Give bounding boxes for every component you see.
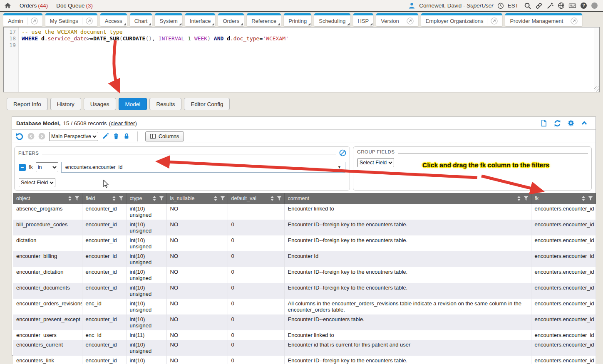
sort-icon[interactable]	[112, 196, 116, 201]
cell-default-val: 0	[228, 220, 284, 235]
filter-operator-select[interactable]: in	[36, 162, 58, 172]
filter-funnel-icon[interactable]	[277, 196, 282, 201]
collapse-chevron-icon[interactable]	[581, 119, 588, 127]
nav-tab-employer-organizations[interactable]: Employer Organizations	[421, 13, 503, 26]
sort-icon[interactable]	[270, 196, 274, 201]
table-row[interactable]: absence_programsencounter_idint(10) unsi…	[13, 204, 596, 220]
open-in-new-icon[interactable]	[82, 17, 93, 25]
column-header-field[interactable]: field	[82, 193, 126, 204]
sort-icon[interactable]	[214, 196, 217, 201]
clear-filters-icon[interactable]	[339, 149, 346, 156]
column-header-object[interactable]: object	[13, 193, 82, 204]
home-icon[interactable]	[4, 2, 11, 9]
perspective-select[interactable]: Main Perspective	[49, 132, 98, 141]
avatar-circle[interactable]	[591, 2, 598, 9]
link-icon[interactable]	[535, 2, 543, 10]
nav-tab-provider-management[interactable]: Provider Management	[505, 13, 582, 26]
edit-pencil-icon[interactable]	[102, 133, 109, 140]
table-row[interactable]: encounter_documentsencounter_idint(10) u…	[13, 283, 596, 299]
help-icon[interactable]: ?	[580, 2, 587, 9]
nav-tab-version[interactable]: Version	[376, 13, 418, 26]
remove-filter-button[interactable]: –	[19, 164, 26, 171]
cell-field: encounter_id	[82, 235, 126, 251]
table-row[interactable]: bill_procedure_codesencounter_idint(10) …	[13, 220, 596, 235]
editor-scrollbar[interactable]	[594, 28, 599, 87]
sort-icon[interactable]	[153, 196, 156, 201]
search-icon[interactable]	[524, 2, 531, 10]
column-header-is-nullable[interactable]: is_nullable	[166, 193, 228, 204]
wand-icon[interactable]	[546, 2, 554, 10]
table-row[interactable]: encounter_orders_revisionsenc_idint(10) …	[13, 299, 596, 314]
nav-tab-scheduling[interactable]: Scheduling	[314, 13, 350, 26]
open-in-new-icon[interactable]	[567, 17, 578, 25]
cell-default-val: 0	[228, 299, 284, 314]
column-header-comment[interactable]: comment	[284, 193, 531, 204]
nav-tab-admin[interactable]: Admin	[3, 13, 42, 26]
new-document-icon[interactable]	[540, 119, 548, 127]
filter-funnel-icon[interactable]	[74, 196, 79, 201]
filter-funnel-icon[interactable]	[119, 196, 124, 201]
filter-funnel-icon[interactable]	[159, 196, 164, 201]
open-in-new-icon[interactable]	[403, 17, 414, 25]
table-row[interactable]: encounters_currentencounter_idint(10) un…	[13, 340, 596, 356]
refresh-icon[interactable]	[553, 119, 561, 127]
open-in-new-icon[interactable]	[487, 17, 498, 25]
table-row[interactable]: encounter_billingencounter_idint(10) uns…	[13, 251, 596, 267]
sort-icon[interactable]	[517, 196, 521, 201]
lock-icon[interactable]	[123, 133, 130, 140]
add-group-field-select[interactable]: Select Field	[357, 158, 394, 167]
nav-back-icon[interactable]	[27, 133, 35, 140]
filter-funnel-icon[interactable]	[524, 196, 529, 201]
nav-forward-icon[interactable]	[38, 133, 45, 140]
keyboard-icon[interactable]	[568, 2, 576, 9]
add-filter-field-select[interactable]: Select Field	[19, 178, 55, 187]
filter-value-input[interactable]: encounters.encounter_id ▼	[61, 162, 345, 173]
tab-usages[interactable]: Usages	[84, 98, 116, 110]
nav-tab-printing[interactable]: Printing	[284, 13, 311, 26]
globe-icon[interactable]	[558, 2, 565, 9]
table-row[interactable]: encounter_present_exceptencounter_idint(…	[13, 314, 596, 330]
cell-ctype: int(10) unsigned	[126, 340, 166, 356]
sort-icon[interactable]	[582, 196, 585, 201]
nav-tab-label: Orders	[223, 18, 239, 24]
tab-report-info[interactable]: Report Info	[7, 98, 48, 110]
nav-tab-orders[interactable]: Orders	[218, 13, 244, 26]
cell-is-nullable: NO	[166, 299, 228, 314]
nav-tab-my-settings[interactable]: My Settings	[45, 13, 97, 26]
column-header-ctype[interactable]: ctype	[126, 193, 166, 204]
nav-tab-system[interactable]: System	[155, 13, 182, 26]
nav-tab-access[interactable]: Access	[100, 13, 127, 26]
sql-editor[interactable]: 171819 -- use the WCEXAM document typeWH…	[3, 27, 600, 92]
topbar-link-orders[interactable]: Orders(44)	[20, 2, 48, 9]
tab-model[interactable]: Model	[119, 98, 147, 110]
clear-filter-link[interactable]: (clear filter)	[109, 120, 137, 126]
undo-icon[interactable]	[15, 132, 24, 141]
table-row[interactable]: encounter_dictationencounter_idint(10) u…	[13, 267, 596, 283]
tab-editor-config[interactable]: Editor Config	[184, 98, 230, 110]
filter-funnel-icon[interactable]	[588, 196, 593, 201]
table-row[interactable]: encounter_usersenc_idint(11)NO0Encounter…	[13, 330, 596, 340]
columns-button[interactable]: Columns	[145, 131, 184, 141]
nav-tab-hsp[interactable]: HSP	[353, 13, 374, 26]
open-in-new-icon[interactable]	[27, 17, 38, 25]
table-row[interactable]: encounters_linkencounter_idint(10) unsig…	[13, 356, 596, 364]
filter-funnel-icon[interactable]	[220, 196, 225, 201]
topbar-link-doc-queue[interactable]: Doc Queue(3)	[56, 2, 93, 9]
nav-tab-chart[interactable]: Chart	[130, 13, 152, 26]
delete-trash-icon[interactable]	[113, 133, 119, 140]
sort-icon[interactable]	[68, 196, 72, 201]
tab-results[interactable]: Results	[149, 98, 181, 110]
editor-code[interactable]: -- use the WCEXAM document typeWHERE d.s…	[19, 27, 599, 92]
nav-tab-interface[interactable]: Interface	[185, 13, 216, 26]
nav-tab-reference[interactable]: Reference	[247, 13, 281, 26]
settings-gear-icon[interactable]	[567, 119, 575, 127]
cell-field: enc_id	[82, 330, 126, 340]
dropdown-caret-icon[interactable]: ▼	[337, 165, 341, 169]
clock-icon	[497, 2, 504, 9]
user-name[interactable]: Cornewell, David - SuperUser	[419, 2, 494, 9]
column-header-fk[interactable]: fk	[531, 193, 596, 204]
tab-history[interactable]: History	[50, 98, 81, 110]
editor-resize-handle[interactable]	[594, 87, 599, 92]
column-header-default-val[interactable]: default_val	[228, 193, 284, 204]
table-row[interactable]: dictationencounter_idint(10) unsignedNO0…	[13, 235, 596, 251]
